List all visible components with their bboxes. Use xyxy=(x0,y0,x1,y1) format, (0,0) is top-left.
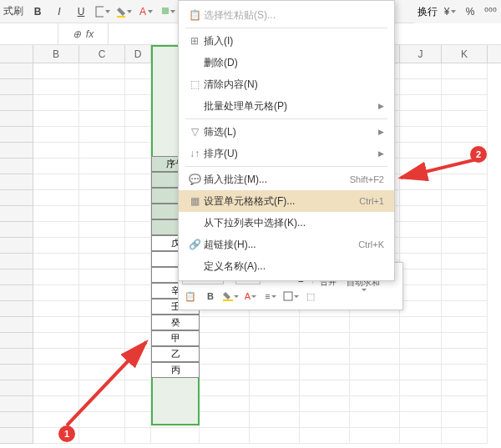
row-header[interactable] xyxy=(0,159,33,174)
cell[interactable] xyxy=(400,190,442,206)
cell[interactable] xyxy=(125,127,151,143)
cell[interactable] xyxy=(33,79,79,95)
cell[interactable] xyxy=(300,317,350,333)
cell[interactable] xyxy=(300,396,350,412)
cell[interactable] xyxy=(250,380,300,396)
cell[interactable] xyxy=(125,79,151,95)
cell[interactable] xyxy=(442,127,488,143)
cell[interactable] xyxy=(33,159,79,174)
cell[interactable] xyxy=(79,111,125,127)
cell[interactable] xyxy=(200,396,250,412)
cell[interactable] xyxy=(400,317,442,333)
cell[interactable] xyxy=(442,206,488,222)
cell[interactable] xyxy=(250,333,300,349)
fill-color-dropdown[interactable] xyxy=(117,4,132,19)
comma-button[interactable]: ⁰⁰⁰ xyxy=(483,4,498,19)
cell[interactable] xyxy=(442,317,488,333)
cell[interactable] xyxy=(400,111,442,127)
cell[interactable] xyxy=(442,428,488,444)
cell[interactable] xyxy=(200,349,250,365)
row-header[interactable] xyxy=(0,428,33,444)
cell[interactable] xyxy=(400,269,442,285)
cell[interactable] xyxy=(125,254,151,269)
cell[interactable] xyxy=(400,285,442,301)
cell[interactable] xyxy=(151,317,200,333)
cell[interactable] xyxy=(442,222,488,238)
cell[interactable] xyxy=(33,301,79,317)
cell[interactable] xyxy=(400,349,442,365)
cell[interactable] xyxy=(300,380,350,396)
cell[interactable] xyxy=(300,333,350,349)
cell[interactable] xyxy=(400,333,442,349)
cell[interactable] xyxy=(125,206,151,222)
cell[interactable] xyxy=(79,79,125,95)
menu-clear[interactable]: ⬚ 清除内容(N) xyxy=(179,73,394,95)
border-dropdown[interactable] xyxy=(95,4,110,19)
cell[interactable] xyxy=(125,190,151,206)
mini-bold[interactable]: B xyxy=(202,288,219,305)
cell[interactable] xyxy=(33,143,79,159)
col-header-d[interactable]: D xyxy=(125,45,151,63)
row-header[interactable] xyxy=(0,396,33,412)
cell[interactable] xyxy=(79,95,125,111)
italic-button[interactable]: I xyxy=(52,4,67,19)
cell[interactable] xyxy=(350,396,400,412)
row-header[interactable] xyxy=(0,63,33,79)
row-header[interactable] xyxy=(0,174,33,190)
row-header[interactable] xyxy=(0,333,33,349)
cell[interactable] xyxy=(33,317,79,333)
mini-indent[interactable]: ⬚ xyxy=(302,288,319,305)
cell[interactable] xyxy=(79,206,125,222)
cell[interactable] xyxy=(125,159,151,174)
col-header-b[interactable]: B xyxy=(33,45,79,63)
row-header[interactable] xyxy=(0,111,33,127)
row-header[interactable] xyxy=(0,317,33,333)
cell[interactable] xyxy=(300,349,350,365)
select-all-corner[interactable] xyxy=(0,45,33,63)
menu-dropdown-list[interactable]: 从下拉列表中选择(K)... xyxy=(179,212,394,234)
cell[interactable] xyxy=(442,95,488,111)
cell[interactable] xyxy=(300,412,350,428)
menu-sort[interactable]: ↓↑ 排序(U) ▶ xyxy=(179,143,394,164)
row-header[interactable] xyxy=(0,222,33,238)
cell[interactable] xyxy=(125,301,151,317)
cell[interactable] xyxy=(33,238,79,254)
cell[interactable] xyxy=(442,79,488,95)
menu-paste-special[interactable]: 📋 选择性粘贴(S)... xyxy=(179,4,394,26)
cell[interactable] xyxy=(125,63,151,79)
cell[interactable] xyxy=(125,95,151,111)
cell[interactable] xyxy=(250,428,300,444)
cell[interactable] xyxy=(400,127,442,143)
bold-button[interactable]: B xyxy=(30,4,45,19)
cell[interactable] xyxy=(350,380,400,396)
cell[interactable] xyxy=(79,285,125,301)
cell[interactable] xyxy=(350,412,400,428)
mini-font-color[interactable]: A xyxy=(242,288,259,305)
menu-hyperlink[interactable]: 🔗 超链接(H)... Ctrl+K xyxy=(179,234,394,255)
row-header[interactable] xyxy=(0,238,33,254)
row-header[interactable] xyxy=(0,127,33,143)
cell[interactable] xyxy=(79,190,125,206)
cell[interactable] xyxy=(79,317,125,333)
cell[interactable] xyxy=(79,127,125,143)
row-header[interactable] xyxy=(0,285,33,301)
cell[interactable] xyxy=(442,238,488,254)
cell[interactable] xyxy=(200,428,250,444)
fx-icon[interactable]: fx xyxy=(86,28,94,40)
col-header-k[interactable]: K xyxy=(442,45,488,63)
cell[interactable] xyxy=(442,269,488,285)
cell[interactable] xyxy=(350,365,400,380)
row-header[interactable] xyxy=(0,79,33,95)
currency-dropdown[interactable]: ¥ xyxy=(443,4,458,19)
cell[interactable] xyxy=(400,206,442,222)
cell[interactable] xyxy=(400,95,442,111)
mini-border[interactable] xyxy=(282,288,299,305)
cell[interactable] xyxy=(300,428,350,444)
cell[interactable] xyxy=(400,396,442,412)
underline-button[interactable]: U xyxy=(73,4,89,19)
cell[interactable] xyxy=(350,349,400,365)
cell[interactable] xyxy=(442,333,488,349)
menu-delete[interactable]: 删除(D) xyxy=(179,52,394,73)
zoom-icon[interactable]: ⊕ xyxy=(73,28,81,40)
cell[interactable] xyxy=(200,317,250,333)
